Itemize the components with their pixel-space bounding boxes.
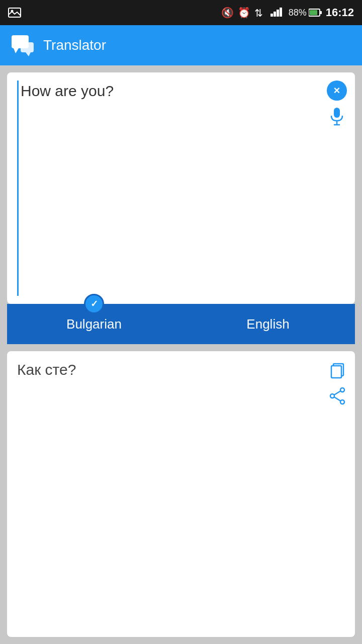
input-text[interactable]: How are you? [17, 80, 325, 296]
svg-rect-3 [270, 14, 273, 17]
microphone-button[interactable] [327, 107, 347, 127]
svg-marker-13 [26, 52, 31, 56]
target-language-button[interactable]: English [181, 304, 355, 344]
svg-text:⇅: ⇅ [254, 8, 263, 18]
chat-bubble-icon [11, 33, 35, 57]
battery-indicator: 88% [289, 8, 322, 18]
svg-rect-18 [331, 366, 341, 378]
alarm-icon: ⏰ [238, 7, 250, 19]
signal-icon [270, 7, 285, 19]
svg-line-23 [334, 397, 341, 401]
input-card: How are you? × [7, 72, 355, 304]
output-text: Как сте? [17, 359, 325, 380]
svg-point-21 [340, 400, 344, 404]
svg-rect-4 [274, 12, 276, 17]
copy-button[interactable] [327, 359, 348, 380]
microphone-icon [329, 108, 344, 126]
status-right: 🔇 ⏰ ⇅ 88% 16:12 [221, 6, 354, 19]
svg-point-19 [340, 388, 344, 392]
svg-rect-14 [334, 108, 340, 118]
status-left [8, 8, 21, 18]
source-language-label: Bulgarian [66, 316, 122, 332]
svg-line-22 [334, 391, 341, 395]
language-bar: ✓ Bulgarian English [7, 304, 355, 344]
battery-percentage: 88% [289, 8, 307, 18]
output-card: Как сте? [7, 351, 355, 637]
app-logo [10, 33, 35, 58]
image-icon [8, 8, 21, 18]
app-bar: Translator [0, 25, 362, 65]
active-check-badge: ✓ [84, 294, 104, 314]
clock: 16:12 [326, 6, 354, 19]
svg-rect-12 [21, 42, 34, 52]
share-icon [329, 387, 346, 405]
clear-button[interactable]: × [327, 80, 347, 101]
sync-icon: ⇅ [254, 8, 266, 18]
svg-rect-6 [280, 8, 282, 17]
status-bar: 🔇 ⏰ ⇅ 88% 16:12 [0, 0, 362, 25]
mute-icon: 🔇 [221, 7, 234, 19]
copy-icon [328, 361, 346, 379]
svg-rect-5 [277, 10, 279, 17]
svg-rect-9 [320, 11, 322, 14]
battery-icon [309, 9, 322, 17]
source-language-button[interactable]: ✓ Bulgarian [7, 304, 181, 344]
svg-rect-8 [310, 10, 317, 15]
svg-marker-11 [14, 48, 19, 53]
app-title: Translator [43, 37, 106, 53]
share-button[interactable] [327, 385, 348, 407]
svg-point-20 [330, 394, 334, 398]
target-language-label: English [246, 316, 289, 332]
main-content: How are you? × ✓ Bulgarian English Как с… [0, 65, 362, 644]
